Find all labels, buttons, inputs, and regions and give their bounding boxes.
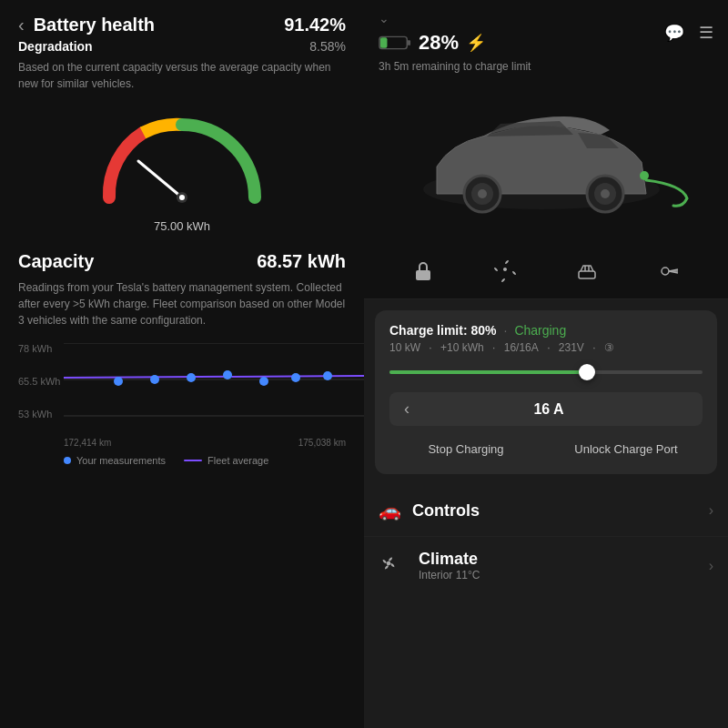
svg-rect-15 — [380, 37, 388, 47]
chart-legend: Your measurements Fleet average — [18, 455, 346, 466]
climate-title: Climate — [419, 550, 709, 569]
gauge-svg — [91, 106, 273, 216]
svg-point-23 — [640, 171, 649, 180]
right-panel: ⌄ 28% ⚡ 💬 ☰ — [364, 0, 728, 728]
fan-icon[interactable] — [489, 255, 521, 288]
svg-point-30 — [387, 561, 391, 566]
dot-sep: · — [503, 323, 507, 338]
svg-point-6 — [114, 377, 123, 386]
capacity-description: Readings from your Tesla's battery manag… — [18, 279, 346, 329]
svg-point-12 — [323, 371, 332, 380]
charge-stat-power: 10 kW — [389, 341, 420, 354]
charge-stat-sep2: · — [492, 341, 499, 354]
charge-percent-row: 28% ⚡ — [379, 31, 486, 55]
chart-y-mid: 65.5 kWh — [18, 376, 60, 387]
legend-fleet-label: Fleet average — [207, 455, 268, 466]
amp-control: ‹ 16 A — [389, 392, 703, 426]
climate-info: Climate Interior 11°C — [419, 550, 709, 581]
chart-x-left: 172,414 km — [64, 438, 111, 448]
control-icons-row — [364, 244, 728, 299]
svg-rect-25 — [579, 271, 595, 278]
chart-y-top: 78 kWh — [18, 343, 52, 354]
capacity-row: Capacity 68.57 kWh — [18, 251, 346, 272]
charge-card: Charge limit: 80% · Charging 10 kW · +10… — [375, 310, 717, 474]
chevron-down-icon[interactable]: ⌄ — [379, 11, 389, 25]
battery-health-header: ‹ Battery health 91.42% — [18, 15, 346, 35]
charge-limit-text: Charge limit: 80% — [389, 323, 496, 338]
charge-stat-sep4: · — [592, 341, 599, 354]
back-button[interactable]: ‹ — [18, 15, 25, 35]
svg-point-8 — [187, 373, 196, 382]
car-image-area — [364, 80, 728, 244]
charge-card-top-row: Charge limit: 80% · Charging — [389, 323, 703, 338]
controls-chevron-icon: › — [709, 502, 713, 519]
charging-status: Charging — [514, 323, 566, 338]
charge-stat-sep1: · — [429, 341, 435, 354]
charge-limit-slider[interactable] — [389, 363, 703, 381]
degradation-label: Degradation — [18, 39, 93, 54]
slider-track — [389, 370, 703, 374]
slider-thumb[interactable] — [579, 364, 595, 380]
controls-title: Controls — [412, 501, 709, 521]
legend-measurements-label: Your measurements — [76, 455, 166, 466]
legend-line-purple — [184, 460, 202, 461]
legend-measurements: Your measurements — [64, 455, 166, 466]
svg-point-9 — [223, 370, 232, 379]
charge-stat-sep3: · — [547, 341, 553, 354]
svg-point-10 — [259, 377, 268, 386]
legend-dot-blue — [64, 457, 71, 464]
capacity-value: 68.57 kWh — [257, 251, 346, 272]
battery-description: Based on the current capacity versus the… — [18, 59, 346, 92]
svg-rect-14 — [407, 40, 410, 46]
capacity-chart: 78 kWh 65.5 kWh 53 kWh — [18, 343, 346, 434]
svg-line-0 — [138, 161, 182, 197]
charge-stat-num: ③ — [604, 341, 614, 354]
charge-top-row: ⌄ 28% ⚡ 💬 ☰ — [379, 11, 713, 55]
charge-stat-energy: +10 kWh — [440, 341, 484, 354]
right-header-icons: 💬 ☰ — [664, 23, 713, 43]
lock-icon[interactable] — [407, 255, 440, 288]
battery-health-title: Battery health — [34, 15, 155, 35]
svg-point-26 — [662, 268, 669, 275]
chat-icon[interactable]: 💬 — [664, 23, 684, 43]
charge-percent-section: ⌄ 28% ⚡ — [379, 11, 486, 55]
unlock-charge-port-button[interactable]: Unlock Charge Port — [550, 437, 703, 461]
svg-rect-24 — [416, 270, 430, 280]
chart-y-bot: 53 kWh — [18, 409, 52, 420]
climate-chevron-icon: › — [709, 558, 713, 574]
gauge-value: 75.00 kWh — [154, 219, 210, 233]
chart-svg — [64, 343, 364, 434]
sunroof-icon[interactable] — [571, 255, 603, 288]
left-panel: ‹ Battery health 91.42% Degradation 8.58… — [0, 0, 364, 728]
battery-icon — [379, 35, 411, 51]
controls-car-icon: 🚗 — [379, 500, 401, 521]
degradation-value: 8.58% — [309, 39, 346, 54]
climate-fan-icon — [379, 553, 399, 578]
charge-header: ⌄ 28% ⚡ 💬 ☰ — [364, 0, 728, 80]
controls-section[interactable]: 🚗 Controls › — [364, 485, 728, 537]
chart-x-right: 175,038 km — [298, 438, 346, 448]
svg-point-19 — [478, 189, 487, 198]
time-remaining: 3h 5m remaining to charge limit — [379, 60, 713, 73]
menu-icon[interactable]: ☰ — [699, 23, 713, 43]
svg-point-22 — [601, 189, 610, 198]
slider-fill — [389, 370, 587, 374]
charge-stat-voltage: 231V — [559, 341, 584, 354]
charge-percent-value: 28% — [419, 31, 459, 55]
svg-point-2 — [179, 195, 185, 200]
capacity-title: Capacity — [18, 251, 94, 272]
battery-health-value: 91.42% — [284, 15, 346, 35]
action-buttons: Stop Charging Unlock Charge Port — [389, 437, 703, 461]
charge-stat-current: 16/16A — [504, 341, 539, 354]
gauge-container: 75.00 kWh — [18, 106, 346, 233]
legend-fleet: Fleet average — [184, 455, 268, 466]
stop-charging-button[interactable]: Stop Charging — [389, 437, 542, 461]
charging-bolt-icon: ⚡ — [466, 33, 486, 53]
svg-point-7 — [150, 375, 159, 384]
charge-stats: 10 kW · +10 kWh · 16/16A · 231V · ③ — [389, 341, 703, 354]
climate-sub-temp: Interior 11°C — [419, 569, 709, 581]
climate-section[interactable]: Climate Interior 11°C › — [364, 537, 728, 594]
headlights-icon[interactable] — [652, 255, 685, 288]
chart-x-labels: 172,414 km 175,038 km — [18, 438, 346, 448]
amp-value: 16 A — [410, 401, 688, 418]
